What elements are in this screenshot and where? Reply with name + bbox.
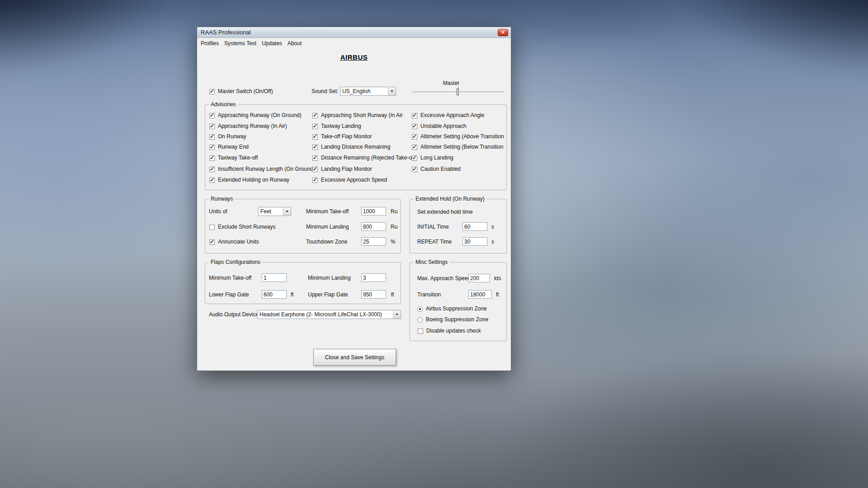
touchdown-zone-label: Touchdown Zone [306,239,347,245]
checkbox-icon[interactable] [312,145,318,150]
raas-professional-window: RAAS Professional ✕ Profiles Systems Tes… [197,27,511,371]
advisory-checkbox-row[interactable]: Long Landing [412,155,453,161]
master-switch-label: Master Switch (On/Off) [218,89,273,94]
advisory-checkbox-row[interactable]: Taxiway Landing [312,123,361,129]
checkbox-icon[interactable] [412,134,417,140]
master-switch-checkbox-row[interactable]: Master Switch (On/Off) [209,89,273,94]
advisory-checkbox-row[interactable]: Insufficient Runway Length (On Ground) [209,166,315,172]
max-approach-speed-input[interactable] [468,274,490,282]
touchdown-zone-input[interactable] [361,237,386,246]
lower-flap-gate-input[interactable] [262,290,287,299]
advisory-checkbox-row[interactable]: Altimeter Setting (Above Transition [412,134,504,140]
advisory-checkbox-row[interactable]: Landing Flap Monitor [312,166,372,172]
chevron-down-icon[interactable] [393,310,401,319]
advisory-checkbox-row[interactable]: Landing Distance Remaining [312,144,390,150]
checkbox-icon[interactable] [312,167,318,172]
checkbox-icon[interactable] [412,113,417,118]
disable-updates-checkbox-row[interactable]: Disable updates check [418,328,481,334]
checkbox-icon[interactable] [312,113,318,118]
title-bar[interactable]: RAAS Professional [197,27,511,38]
advisory-label: Insufficient Runway Length (On Ground) [218,166,315,172]
advisory-checkbox-row[interactable]: Approaching Runway (In Air) [209,123,287,129]
upper-flap-gate-input[interactable] [361,290,386,299]
checkbox-icon[interactable] [209,167,215,172]
boeing-suppression-zone-radio-row[interactable]: Boeing Suppression Zone [417,317,488,323]
menu-about[interactable]: About [285,39,304,48]
advisory-checkbox-row[interactable]: Runway End [209,144,249,150]
checkbox-icon[interactable] [209,124,215,129]
radio-icon[interactable] [417,317,423,323]
checkbox-icon[interactable] [209,145,215,150]
min-landing-runway-label: Minimum Landing [306,224,349,230]
close-button[interactable]: ✕ [498,29,508,36]
checkbox-icon[interactable] [312,134,318,140]
advisory-label: Altimeter Setting (Below Transition [420,144,503,150]
checkbox-icon[interactable] [418,328,423,334]
menu-bar: Profiles Systems Test Updates About [197,38,511,48]
boeing-suppression-zone-label: Boeing Suppression Zone [426,317,488,323]
advisory-checkbox-row[interactable]: On Runway [209,134,246,140]
advisory-label: Excessive Approach Speed [321,177,387,183]
checkbox-icon[interactable] [312,155,318,161]
volume-slider-thumb[interactable] [457,89,459,95]
runways-group-title: Runways [209,196,235,202]
menu-systems-test[interactable]: Systems Test [222,39,259,48]
transition-unit: ft [496,292,499,298]
airbus-suppression-zone-radio-row[interactable]: Airbus Suppression Zone [417,306,487,312]
audio-output-device-label: Audio Output Device: [209,312,260,318]
chevron-down-icon[interactable] [283,207,291,216]
menu-updates[interactable]: Updates [259,39,285,48]
advisory-checkbox-row[interactable]: Caution Enabled [412,166,461,172]
transition-input[interactable] [468,290,492,299]
annunciate-units-checkbox-row[interactable]: Annunciate Units [209,239,259,245]
advisory-label: Taxiway Take-off [218,155,258,161]
min-landing-runway-unit: Ru [391,224,397,230]
audio-output-device-dropdown[interactable]: Headset Earphone (2- Microsoft LifeChat … [257,310,401,319]
units-dropdown[interactable]: Feet [258,207,291,216]
checkbox-icon[interactable] [312,178,318,183]
page-title: AIRBUS [197,53,511,61]
min-takeoff-runway-unit: Ru [391,209,397,215]
advisory-checkbox-row[interactable]: Excessive Approach Speed [312,177,387,183]
advisory-checkbox-row[interactable]: Distance Remaining (Rejected Take-off [312,155,415,161]
repeat-time-input[interactable] [462,237,487,246]
flaps-min-landing-input[interactable] [361,273,386,282]
advisory-checkbox-row[interactable]: Taxiway Take-off [209,155,258,161]
flaps-min-takeoff-input[interactable] [262,273,287,282]
advisory-checkbox-row[interactable]: Take-off Flap Monitor [312,134,372,140]
units-value: Feet [259,207,283,216]
advisory-checkbox-row[interactable]: Extended Holding on Runway [209,177,289,183]
checkbox-icon[interactable] [412,167,417,172]
close-and-save-button[interactable]: Close and Save Settings [313,349,396,366]
advisory-checkbox-row[interactable]: Unstable Approach [412,123,466,129]
advisories-group-title: Advisories [209,102,237,108]
sound-set-dropdown[interactable]: US_English [340,87,396,96]
checkbox-icon[interactable] [412,155,417,161]
initial-time-input[interactable] [462,222,487,231]
checkbox-icon[interactable] [312,124,318,129]
min-landing-runway-input[interactable] [361,222,386,231]
checkbox-icon[interactable] [209,113,215,118]
exclude-short-runways-checkbox-row[interactable]: Exclude Short Runways [209,224,275,230]
radio-icon[interactable] [417,306,423,312]
advisory-checkbox-row[interactable]: Approaching Runway (On Ground) [209,113,302,118]
advisory-label: On Runway [218,134,246,140]
advisory-label: Extended Holding on Runway [218,177,289,183]
min-takeoff-runway-input[interactable] [361,207,386,216]
menu-profiles[interactable]: Profiles [198,39,222,48]
advisory-checkbox-row[interactable]: Approaching Short Runway (In Air [312,113,403,118]
chevron-down-icon[interactable] [388,87,396,95]
checkbox-icon[interactable] [209,89,215,94]
advisory-checkbox-row[interactable]: Altimeter Setting (Below Transition [412,144,503,150]
max-approach-speed-label: Max. Approach Speed: [417,276,472,282]
checkbox-icon[interactable] [209,155,215,161]
disable-updates-label: Disable updates check [426,328,481,334]
checkbox-icon[interactable] [209,178,215,183]
checkbox-icon[interactable] [209,134,215,140]
advisory-checkbox-row[interactable]: Excessive Approach Angle [412,113,484,118]
checkbox-icon[interactable] [412,145,417,150]
checkbox-icon[interactable] [209,239,215,245]
checkbox-icon[interactable] [209,225,215,230]
repeat-time-label: REPEAT Time [417,239,452,245]
checkbox-icon[interactable] [412,124,417,129]
